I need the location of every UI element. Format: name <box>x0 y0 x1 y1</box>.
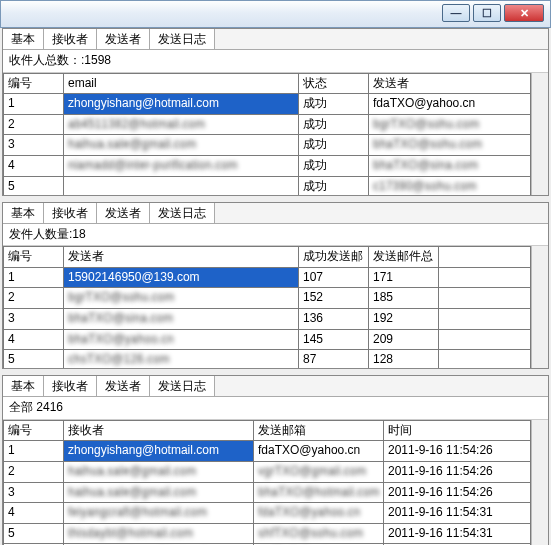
tab-send[interactable]: 发送者 <box>97 376 150 396</box>
table-senders[interactable]: 编号 发送者 成功发送邮 发送邮件总 115902146950@139.com1… <box>3 246 531 368</box>
table-row[interactable]: 5成功c17390@sohu.com <box>4 176 531 195</box>
table-row[interactable]: 5thisdaybt@hotmail.comshfTXO@sohu.com201… <box>4 523 531 544</box>
tabs-1: 基本 接收者 发送者 发送日志 <box>3 29 548 50</box>
table-row[interactable]: 3haihua.sale@gmail.com成功bhaTXO@sohu.com <box>4 135 531 156</box>
table-row[interactable]: 5chsTXO@126.com87128 <box>4 350 531 369</box>
pane-senders: 基本 接收者 发送者 发送日志 发件人数量:18 编号 发送者 成功发送邮 发送… <box>2 202 549 370</box>
table-row[interactable]: 3bhaTXO@sina.com136192 <box>4 308 531 329</box>
table-header: 编号 发送者 成功发送邮 发送邮件总 <box>4 247 531 268</box>
tabs-3: 基本 接收者 发送者 发送日志 <box>3 376 548 397</box>
table-row[interactable]: 4niamadd@inter-purification.com成功bhaTXO@… <box>4 155 531 176</box>
vscroll-1[interactable] <box>531 73 548 195</box>
table-row[interactable]: 3haihua.sale@gmail.combhaTXO@hotmail.com… <box>4 482 531 503</box>
tab-recv[interactable]: 接收者 <box>44 203 97 223</box>
pane-log: 基本 接收者 发送者 发送日志 全部 2416 编号 接收者 发送邮箱 时间 1… <box>2 375 549 545</box>
table-row[interactable]: 1zhongyishang@hotmail.comfdaTXO@yahoo.cn… <box>4 441 531 462</box>
tabs-2: 基本 接收者 发送者 发送日志 <box>3 203 548 224</box>
pane-receivers: 基本 接收者 发送者 发送日志 收件人总数：:1598 编号 email 状态 … <box>2 28 549 196</box>
tab-send[interactable]: 发送者 <box>97 29 150 49</box>
table-row[interactable]: 2ab4511382@hotmail.com成功bgrTXO@sohu.com <box>4 114 531 135</box>
tab-basic[interactable]: 基本 <box>3 376 44 396</box>
tab-recv[interactable]: 接收者 <box>44 29 97 49</box>
maximize-button[interactable]: ☐ <box>473 4 501 22</box>
tab-basic[interactable]: 基本 <box>3 29 44 49</box>
title-bar: — ☐ ✕ <box>0 0 551 28</box>
vscroll-2[interactable] <box>531 246 548 368</box>
table-log[interactable]: 编号 接收者 发送邮箱 时间 1zhongyishang@hotmail.com… <box>3 420 531 545</box>
table-row[interactable]: 2haihua.sale@gmail.comvgrTXO@gmail.com20… <box>4 461 531 482</box>
table-row[interactable]: 4feiyangcraft@hotmail.comfdaTXO@yahoo.cn… <box>4 503 531 524</box>
table-header: 编号 email 状态 发送者 <box>4 73 531 94</box>
tab-log[interactable]: 发送日志 <box>150 29 215 49</box>
pane2-info: 发件人数量:18 <box>3 224 548 247</box>
table-row[interactable]: 4bhaTXO@yahoo.cn145209 <box>4 329 531 350</box>
table-receivers[interactable]: 编号 email 状态 发送者 1zhongyishang@hotmail.co… <box>3 73 531 195</box>
tab-send[interactable]: 发送者 <box>97 203 150 223</box>
pane3-info: 全部 2416 <box>3 397 548 420</box>
tab-recv[interactable]: 接收者 <box>44 376 97 396</box>
tab-log[interactable]: 发送日志 <box>150 203 215 223</box>
tab-log[interactable]: 发送日志 <box>150 376 215 396</box>
tab-basic[interactable]: 基本 <box>3 203 44 223</box>
pane1-info: 收件人总数：:1598 <box>3 50 548 73</box>
vscroll-3[interactable] <box>531 420 548 545</box>
table-row[interactable]: 115902146950@139.com107171 <box>4 267 531 288</box>
table-row[interactable]: 2bgrTXO@sohu.com152185 <box>4 288 531 309</box>
minimize-button[interactable]: — <box>442 4 470 22</box>
close-button[interactable]: ✕ <box>504 4 544 22</box>
table-row[interactable]: 1zhongyishang@hotmail.com成功fdaTXO@yahoo.… <box>4 94 531 115</box>
table-header: 编号 接收者 发送邮箱 时间 <box>4 420 531 441</box>
